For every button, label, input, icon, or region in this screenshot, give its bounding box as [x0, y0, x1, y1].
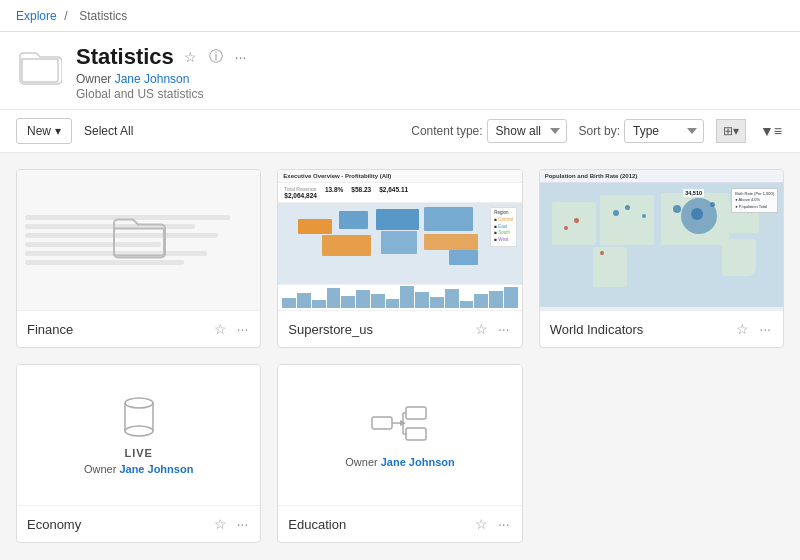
- content-type-select[interactable]: Show all: [487, 119, 567, 143]
- grid-view-button[interactable]: ⊞ ▾: [716, 119, 746, 143]
- grid-icon: ⊞: [723, 124, 733, 138]
- card-footer-world: World Indicators ☆ ···: [540, 310, 783, 347]
- card-education[interactable]: Owner Jane Johnson Education ☆ ···: [277, 364, 522, 543]
- chart-title-world: Population and Birth Rate (2012): [540, 170, 783, 183]
- favorite-education-button[interactable]: ☆: [473, 514, 490, 534]
- card-economy[interactable]: LIVE Owner Jane Johnson Economy ☆ ···: [16, 364, 261, 543]
- owner-line: Owner Jane Johnson: [76, 72, 784, 86]
- breadcrumb: Explore / Statistics: [16, 8, 131, 23]
- cylinder-svg: [121, 395, 157, 439]
- chart-title-superstore: Executive Overview - Profitability (All): [278, 170, 521, 183]
- sort-by-label: Sort by:: [579, 124, 620, 138]
- favorite-superstore-button[interactable]: ☆: [473, 319, 490, 339]
- card-name-education: Education: [288, 517, 473, 532]
- title-row: Statistics ☆ ⓘ ···: [76, 44, 784, 70]
- select-all-button[interactable]: Select All: [84, 124, 133, 138]
- more-options-button[interactable]: ···: [233, 47, 249, 67]
- card-name-economy: Economy: [27, 517, 212, 532]
- folder-icon-large: [16, 48, 64, 88]
- top-bar: Explore / Statistics: [0, 0, 800, 32]
- breadcrumb-current: Statistics: [79, 9, 127, 23]
- owner-link[interactable]: Jane Johnson: [115, 72, 190, 86]
- education-owner: Owner Jane Johnson: [345, 456, 454, 468]
- svg-rect-12: [406, 428, 426, 440]
- more-finance-button[interactable]: ···: [235, 319, 251, 339]
- card-footer-economy: Economy ☆ ···: [17, 505, 260, 542]
- more-world-button[interactable]: ···: [757, 319, 773, 339]
- filter-icon: ▼≡: [760, 123, 782, 139]
- favorite-world-button[interactable]: ☆: [734, 319, 751, 339]
- flow-icon: [370, 402, 430, 452]
- card-finance[interactable]: Finance ☆ ···: [16, 169, 261, 348]
- favorite-button[interactable]: ☆: [182, 47, 199, 67]
- card-thumbnail-education: Owner Jane Johnson: [278, 365, 521, 505]
- card-actions-superstore: ☆ ···: [473, 319, 512, 339]
- bar-chart-area: [278, 284, 521, 310]
- world-map-area: Birth Rate (Per 1,000) ● Above 4.0% ● Po…: [540, 183, 783, 307]
- content-type-label: Content type:: [411, 124, 482, 138]
- live-icon: LIVE: [121, 395, 157, 459]
- card-thumbnail-world: Population and Birth Rate (2012): [540, 170, 783, 310]
- view-controls: ⊞ ▾: [716, 119, 746, 143]
- world-legend: Birth Rate (Per 1,000) ● Above 4.0% ● Po…: [731, 188, 778, 213]
- toolbar-right: Content type: Show all Sort by: Type ⊞ ▾…: [411, 119, 784, 143]
- more-superstore-button[interactable]: ···: [496, 319, 512, 339]
- us-map-area: Region■ Central■ East■ South■ West: [278, 203, 521, 284]
- card-name-finance: Finance: [27, 322, 212, 337]
- favorite-economy-button[interactable]: ☆: [212, 514, 229, 534]
- card-superstore[interactable]: Executive Overview - Profitability (All)…: [277, 169, 522, 348]
- card-actions-economy: ☆ ···: [212, 514, 251, 534]
- toolbar: New ▾ Select All Content type: Show all …: [0, 110, 800, 153]
- card-name-world: World Indicators: [550, 322, 735, 337]
- card-thumbnail-superstore: Executive Overview - Profitability (All)…: [278, 170, 521, 310]
- more-education-button[interactable]: ···: [496, 514, 512, 534]
- folder-thumb-icon: [111, 216, 167, 262]
- favorite-finance-button[interactable]: ☆: [212, 319, 229, 339]
- card-footer-finance: Finance ☆ ···: [17, 310, 260, 347]
- card-thumbnail-economy: LIVE Owner Jane Johnson: [17, 365, 260, 505]
- filter-button[interactable]: ▼≡: [758, 121, 784, 141]
- content-area: Finance ☆ ··· Executive Overview - Profi…: [0, 153, 800, 560]
- header-subtitle: Global and US statistics: [76, 87, 784, 101]
- grid-dropdown-icon: ▾: [733, 124, 739, 138]
- card-footer-superstore: Superstore_us ☆ ···: [278, 310, 521, 347]
- svg-point-0: [125, 398, 153, 408]
- content-type-filter: Content type: Show all: [411, 119, 566, 143]
- new-button-label: New: [27, 124, 51, 138]
- card-thumbnail-finance: [17, 170, 260, 310]
- svg-rect-7: [406, 407, 426, 419]
- info-button[interactable]: ⓘ: [207, 46, 225, 68]
- economy-owner: Owner Jane Johnson: [84, 463, 193, 475]
- more-economy-button[interactable]: ···: [235, 514, 251, 534]
- big-dot-label: 34,510: [683, 189, 704, 197]
- education-owner-link[interactable]: Jane Johnson: [381, 456, 455, 468]
- sort-by-select[interactable]: Type: [624, 119, 704, 143]
- card-world-indicators[interactable]: Population and Birth Rate (2012): [539, 169, 784, 348]
- svg-point-3: [125, 426, 153, 436]
- new-dropdown-icon: ▾: [55, 124, 61, 138]
- page-header: Statistics ☆ ⓘ ··· Owner Jane Johnson Gl…: [0, 32, 800, 110]
- svg-rect-4: [372, 417, 392, 429]
- sort-by-filter: Sort by: Type: [579, 119, 704, 143]
- page-title: Statistics: [76, 44, 174, 70]
- card-actions-finance: ☆ ···: [212, 319, 251, 339]
- owner-label: Owner: [76, 72, 115, 86]
- card-name-superstore: Superstore_us: [288, 322, 473, 337]
- card-actions-world: ☆ ···: [734, 319, 773, 339]
- card-footer-education: Education ☆ ···: [278, 505, 521, 542]
- card-actions-education: ☆ ···: [473, 514, 512, 534]
- breadcrumb-separator: /: [64, 9, 67, 23]
- items-grid: Finance ☆ ··· Executive Overview - Profi…: [16, 169, 784, 543]
- breadcrumb-explore[interactable]: Explore: [16, 9, 57, 23]
- economy-owner-link[interactable]: Jane Johnson: [119, 463, 193, 475]
- live-badge: LIVE: [124, 447, 152, 459]
- new-button[interactable]: New ▾: [16, 118, 72, 144]
- flow-svg: [370, 402, 430, 452]
- header-info: Statistics ☆ ⓘ ··· Owner Jane Johnson Gl…: [76, 44, 784, 101]
- map-legend: Region■ Central■ East■ South■ West: [490, 207, 516, 247]
